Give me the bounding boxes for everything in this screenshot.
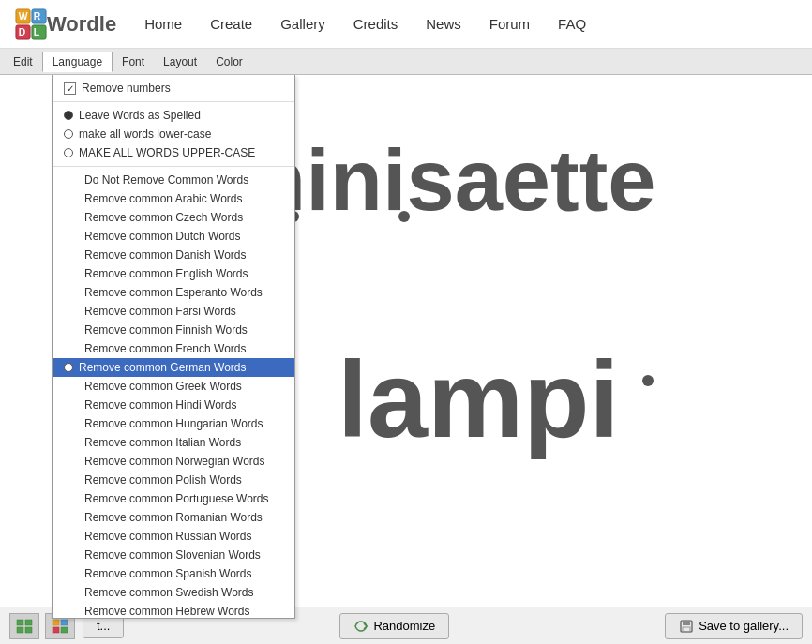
svg-rect-15: [61, 627, 68, 633]
lang-option-13[interactable]: Remove common Hungarian Words: [53, 414, 294, 433]
wordle-canvas: fninisaettelampi: [244, 75, 812, 607]
lang-option-15[interactable]: Remove common Norwegian Words: [53, 452, 294, 471]
randomize-label: Randomize: [373, 619, 435, 633]
save-gallery-label: Save to gallery...: [699, 619, 789, 633]
toolbar-btn-language[interactable]: Language: [42, 52, 113, 72]
lang-option-19[interactable]: Remove common Russian Words: [53, 527, 294, 546]
lang-label-8: Remove common Finnish Words: [84, 323, 248, 337]
language-dropdown-panel: ✓ Remove numbers Leave Words as Spelledm…: [52, 75, 295, 619]
case-radio-2: [64, 148, 73, 157]
randomize-icon: [353, 619, 368, 634]
lang-label-16: Remove common Polish Words: [84, 473, 242, 487]
lang-label-20: Remove common Slovenian Words: [84, 548, 261, 562]
lang-label-9: Remove common French Words: [84, 342, 247, 355]
svg-rect-9: [25, 620, 32, 625]
lang-option-18[interactable]: Remove common Romanian Words: [53, 508, 294, 527]
randomize-button[interactable]: Randomize: [339, 613, 449, 639]
case-label-2: MAKE ALL WORDS UPPER-CASE: [79, 146, 255, 159]
remove-numbers-item[interactable]: ✓ Remove numbers: [53, 79, 294, 97]
lang-label-0: Do Not Remove Common Words: [84, 173, 248, 187]
case-label-1: make all words lower-case: [79, 127, 211, 141]
lang-option-3[interactable]: Remove common Dutch Words: [53, 227, 294, 246]
lang-option-0[interactable]: Do Not Remove Common Words: [53, 171, 294, 189]
case-option-0[interactable]: Leave Words as Spelled: [53, 106, 294, 125]
lang-option-2[interactable]: Remove common Czech Words: [53, 208, 294, 227]
toolbar-btn-font[interactable]: Font: [113, 52, 154, 71]
svg-rect-17: [683, 621, 690, 625]
case-option-2[interactable]: MAKE ALL WORDS UPPER-CASE: [53, 143, 294, 162]
lang-label-12: Remove common Hindi Words: [84, 398, 237, 412]
lang-label-18: Remove common Romanian Words: [84, 511, 263, 524]
wordle-word-ninisaette: ninisaette: [253, 131, 655, 230]
lang-option-20[interactable]: Remove common Slovenian Words: [53, 546, 294, 564]
svg-rect-8: [17, 620, 23, 625]
grid2-icon: [52, 619, 68, 634]
lang-option-23[interactable]: Remove common Hebrew Words: [53, 602, 294, 619]
lang-option-9[interactable]: Remove common French Words: [53, 339, 294, 358]
lang-label-19: Remove common Russian Words: [84, 530, 252, 543]
case-radio-0: [64, 111, 73, 120]
main-area: ✓ Remove numbers Leave Words as Spelledm…: [0, 75, 812, 607]
lang-label-2: Remove common Czech Words: [84, 211, 243, 224]
lang-option-21[interactable]: Remove common Spanish Words: [53, 564, 294, 583]
nav-link-gallery[interactable]: Gallery: [280, 16, 325, 32]
lang-option-10[interactable]: Remove common German Words: [53, 358, 294, 377]
lang-option-8[interactable]: Remove common Finnish Words: [53, 321, 294, 339]
nav-link-forum[interactable]: Forum: [489, 16, 530, 32]
svg-rect-14: [53, 627, 59, 633]
lang-label-17: Remove common Portuguese Words: [84, 492, 269, 505]
remove-numbers-checkbox[interactable]: ✓: [64, 82, 76, 95]
lang-label-13: Remove common Hungarian Words: [84, 417, 263, 430]
lang-option-12[interactable]: Remove common Hindi Words: [53, 396, 294, 414]
nav-link-credits[interactable]: Credits: [353, 16, 398, 32]
lang-label-7: Remove common Farsi Words: [84, 305, 236, 318]
svg-rect-10: [17, 627, 23, 633]
lang-label-15: Remove common Norwegian Words: [84, 455, 265, 468]
save-gallery-button[interactable]: Save to gallery...: [665, 613, 803, 639]
lang-label-14: Remove common Italian Words: [84, 436, 241, 449]
lang-option-5[interactable]: Remove common English Words: [53, 264, 294, 283]
icon-btn-1[interactable]: [9, 613, 39, 639]
lang-option-11[interactable]: Remove common Greek Words: [53, 377, 294, 396]
wordle-logo-icon: W R D L: [15, 8, 47, 40]
nav-links: HomeCreateGalleryCreditsNewsForumFAQ: [144, 16, 586, 32]
lang-label-10: Remove common German Words: [79, 361, 247, 374]
svg-rect-11: [25, 627, 32, 633]
svg-text:L: L: [34, 27, 40, 37]
lang-option-1[interactable]: Remove common Arabic Words: [53, 189, 294, 208]
lang-label-5: Remove common English Words: [84, 267, 248, 280]
toolbar-btn-color[interactable]: Color: [206, 52, 252, 71]
remove-numbers-label: Remove numbers: [82, 82, 171, 95]
case-label-0: Leave Words as Spelled: [79, 109, 201, 122]
toolbar-btn-layout[interactable]: Layout: [154, 52, 206, 71]
nav-link-news[interactable]: News: [426, 16, 461, 32]
grid-icon: [16, 619, 33, 634]
case-options-section: Leave Words as Spelledmake all words low…: [53, 102, 294, 167]
remove-numbers-section: ✓ Remove numbers: [53, 75, 294, 102]
bottom-right-controls: Save to gallery...: [665, 613, 803, 639]
lang-option-22[interactable]: Remove common Swedish Words: [53, 583, 294, 602]
case-option-1[interactable]: make all words lower-case: [53, 125, 294, 143]
edit-btn-label: t...: [97, 619, 110, 633]
lang-option-16[interactable]: Remove common Polish Words: [53, 471, 294, 489]
nav-link-create[interactable]: Create: [210, 16, 252, 32]
svg-text:W: W: [19, 11, 28, 22]
lang-option-4[interactable]: Remove common Danish Words: [53, 246, 294, 264]
wordle-dot-2: [398, 211, 410, 222]
nav-link-home[interactable]: Home: [144, 16, 182, 32]
lang-option-6[interactable]: Remove common Esperanto Words: [53, 283, 294, 302]
lang-label-23: Remove common Hebrew Words: [84, 605, 250, 618]
lang-option-14[interactable]: Remove common Italian Words: [53, 433, 294, 452]
top-navigation: W R D L Wordle HomeCreateGalleryCreditsN…: [0, 0, 812, 49]
save-icon: [679, 619, 694, 634]
toolbar-btn-edit[interactable]: Edit: [4, 52, 42, 71]
toolbar: EditLanguageFontLayoutColor: [0, 49, 812, 75]
lang-label-6: Remove common Esperanto Words: [84, 286, 263, 299]
lang-label-11: Remove common Greek Words: [84, 380, 242, 393]
svg-text:D: D: [19, 27, 26, 37]
nav-link-faq[interactable]: FAQ: [558, 16, 586, 32]
wordle-word-lampi: lampi: [338, 337, 619, 461]
lang-option-17[interactable]: Remove common Portuguese Words: [53, 489, 294, 508]
lang-option-7[interactable]: Remove common Farsi Words: [53, 302, 294, 321]
lang-radio-10: [64, 363, 73, 372]
